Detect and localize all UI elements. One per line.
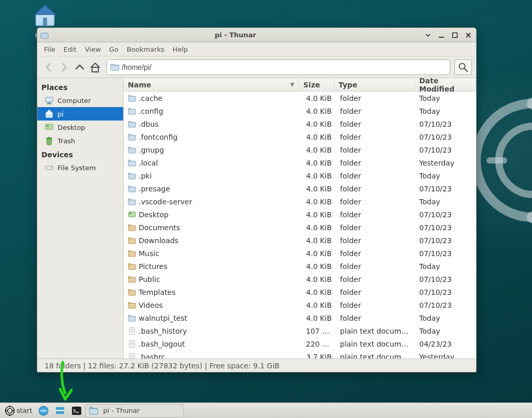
file-type: folder	[336, 185, 415, 193]
sort-indicator-icon: ▼	[290, 81, 294, 88]
menu-edit[interactable]: Edit	[60, 43, 81, 55]
file-row[interactable]: .dbus4.0 KiBfolder07/10/23	[124, 117, 476, 130]
folder-icon	[128, 133, 136, 141]
titlebar[interactable]: pi - Thunar	[37, 28, 476, 42]
home-icon	[45, 109, 54, 118]
taskbar-browser-button[interactable]	[36, 404, 51, 417]
search-icon	[458, 62, 468, 72]
svg-line-16	[465, 68, 468, 71]
sidebar-item-computer[interactable]: Computer	[37, 94, 123, 107]
file-size: 4.0 KiB	[302, 249, 336, 258]
menu-bookmarks[interactable]: Bookmarks	[123, 43, 169, 55]
sidebar-item-label: pi	[57, 110, 64, 118]
start-button[interactable]: start	[2, 404, 35, 417]
file-row[interactable]: .vscode-server4.0 KiBfolderToday	[124, 195, 476, 208]
file-size: 220 bytes	[302, 340, 336, 348]
file-size: 4.0 KiB	[302, 172, 336, 180]
file-type: folder	[336, 314, 415, 322]
file-date: 07/10/23	[415, 288, 476, 296]
svg-rect-41	[128, 251, 136, 257]
file-type: folder	[336, 301, 415, 309]
file-row[interactable]: walnutpi_test4.0 KiBfolderToday	[124, 311, 476, 324]
file-row[interactable]: .pki4.0 KiBfolderToday	[124, 169, 476, 182]
file-date: 07/10/23	[415, 133, 476, 141]
file-date: 07/10/23	[415, 223, 476, 232]
file-row[interactable]: .config4.0 KiBfolderToday	[124, 104, 476, 117]
nav-forward-button[interactable]	[57, 60, 71, 74]
file-row[interactable]: .fontconfig4.0 KiBfolder07/10/23	[124, 130, 476, 143]
search-button[interactable]	[454, 59, 472, 75]
text-icon	[128, 353, 136, 359]
file-date: 07/10/23	[415, 211, 476, 219]
file-name: Videos	[139, 301, 163, 309]
file-row[interactable]: .presage4.0 KiBfolder07/10/23	[124, 182, 476, 195]
file-size: 4.0 KiB	[302, 120, 336, 128]
svg-rect-18	[48, 102, 51, 103]
file-date: 04/23/23	[415, 340, 476, 348]
file-name: .bashrc	[139, 353, 165, 359]
nav-up-button[interactable]	[72, 60, 87, 74]
file-row[interactable]: .gnupg4.0 KiBfolder07/10/23	[124, 143, 476, 156]
nav-home-button[interactable]	[88, 60, 102, 74]
taskbar-files-button[interactable]	[52, 404, 68, 417]
svg-rect-35	[128, 187, 136, 192]
taskbar-terminal-button[interactable]	[69, 404, 84, 417]
file-date: Yesterday	[415, 159, 476, 167]
svg-rect-62	[12, 410, 14, 411]
path-input[interactable]	[122, 63, 447, 71]
file-row[interactable]: .local4.0 KiBfolderYesterday	[124, 156, 476, 169]
window-minimize-button[interactable]	[437, 31, 446, 40]
sidebar-item-trash[interactable]: Trash	[37, 134, 123, 147]
nav-back-button[interactable]	[41, 60, 56, 74]
file-name: .config	[139, 107, 163, 115]
file-row[interactable]: Documents4.0 KiBfolder07/10/23	[124, 221, 476, 234]
file-rows[interactable]: .cache4.0 KiBfolderToday.config4.0 KiBfo…	[124, 92, 476, 359]
desktop-icon	[45, 123, 54, 132]
file-type: folder	[336, 262, 415, 271]
column-type[interactable]: Type	[334, 78, 415, 91]
file-row[interactable]: Public4.0 KiBfolder07/10/23	[124, 273, 476, 286]
column-size[interactable]: Size	[299, 78, 334, 91]
file-row[interactable]: Templates4.0 KiBfolder07/10/23	[124, 286, 476, 298]
file-size: 4.0 KiB	[302, 198, 336, 206]
svg-rect-32	[128, 148, 136, 153]
file-row[interactable]: .bash_history107 bytesplain text documen…	[124, 324, 476, 337]
file-type: plain text document	[336, 353, 415, 359]
window-close-button[interactable]	[464, 31, 473, 40]
taskbar-task-thunar[interactable]: pi - Thunar	[85, 404, 184, 417]
sidebar-item-pi[interactable]: pi	[37, 107, 123, 121]
svg-rect-33	[128, 161, 136, 166]
file-row[interactable]: Music4.0 KiBfolder07/10/23	[124, 247, 476, 260]
column-date[interactable]: Date Modified	[415, 78, 476, 91]
menu-file[interactable]: File	[40, 43, 60, 55]
sidebar-item-file-system[interactable]: File System	[37, 161, 123, 174]
svg-rect-31	[128, 135, 136, 140]
menu-view[interactable]: View	[81, 43, 105, 55]
svg-rect-39	[128, 226, 136, 231]
window-menu-button[interactable]	[423, 31, 433, 40]
column-name[interactable]: Name▼	[124, 78, 299, 91]
file-name: .dbus	[139, 120, 158, 128]
sidebar-item-label: Computer	[57, 97, 91, 104]
svg-rect-23	[47, 125, 49, 127]
menu-help[interactable]: Help	[168, 43, 192, 55]
file-type: folder	[336, 223, 415, 232]
sidebar-item-label: Desktop	[57, 124, 85, 131]
menu-go[interactable]: Go	[105, 43, 123, 55]
file-type: folder	[336, 133, 415, 141]
file-row[interactable]: Desktop4.0 KiBfolder07/10/23	[124, 208, 476, 221]
window-maximize-button[interactable]	[450, 31, 460, 40]
sidebar-item-desktop[interactable]: Desktop	[37, 121, 123, 134]
file-row[interactable]: .cache4.0 KiBfolderToday	[124, 92, 476, 104]
file-row[interactable]: .bashrc3.7 KiBplain text documentYesterd…	[124, 350, 476, 359]
file-row[interactable]: Videos4.0 KiBfolder07/10/23	[124, 298, 476, 311]
file-name: .bash_logout	[139, 340, 185, 348]
computer-icon	[45, 96, 54, 105]
ufolder-icon	[128, 301, 136, 309]
svg-point-64	[9, 414, 11, 416]
file-row[interactable]: Downloads4.0 KiBfolder07/10/23	[124, 234, 476, 247]
file-row[interactable]: .bash_logout220 bytesplain text document…	[124, 337, 476, 350]
file-row[interactable]: Pictures4.0 KiBfolderToday	[124, 260, 476, 273]
file-date: 07/10/23	[415, 185, 476, 193]
path-bar[interactable]	[107, 59, 450, 75]
